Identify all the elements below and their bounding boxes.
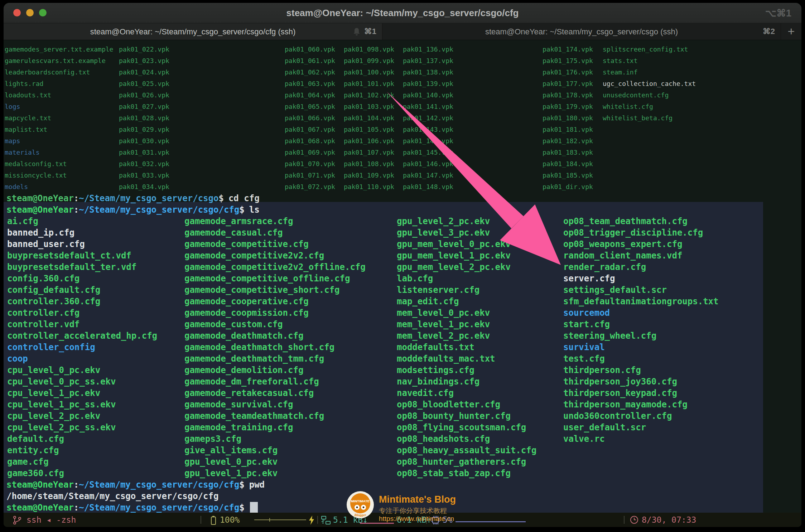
file-entry: op08_hunter_gatherers.cfg: [397, 456, 536, 468]
file-entry: pak01_066.vpk: [285, 112, 335, 124]
listing-column: splitscreen_config.txtstats.txtsteam.inf…: [603, 44, 696, 124]
file-entry: pak01_106.vpk: [344, 135, 394, 147]
watermark-url: https://www.mintimate.cn: [379, 515, 454, 523]
listing-column: pak01_060.vpkpak01_061.vpkpak01_062.vpkp…: [285, 44, 335, 193]
file-entry: server.cfg: [563, 273, 718, 284]
file-entry: thirdperson_joy360.cfg: [563, 376, 718, 387]
battery-gauge: [254, 519, 306, 520]
file-entry: pak01_180.vpk: [543, 112, 593, 124]
file-entry: pak01_181.vpk: [543, 124, 593, 135]
directory-entry: survival: [563, 342, 718, 353]
file-entry: gamemode_cooperative.cfg: [184, 296, 366, 307]
file-entry: user_default.scr: [563, 422, 718, 433]
file-entry: cpu_level_2_pc.ekv: [7, 410, 157, 422]
battery-icon: [211, 516, 216, 525]
bell-icon: [353, 27, 361, 36]
file-entry: pak01_146.vpk: [403, 158, 453, 170]
prompt-user: steam@OneYear: [6, 480, 74, 490]
file-entry: gamemode_teamdeathmatch.cfg: [184, 410, 366, 422]
file-entry: moddefaults_mac.txt: [397, 353, 536, 364]
terminal-cursor: [250, 502, 258, 513]
file-entry: medalsconfig.txt: [5, 158, 113, 170]
file-entry: whitelist_beta.cfg: [603, 112, 696, 124]
file-entry: gamemode_retakecasual.cfg: [184, 387, 366, 399]
battery-percent[interactable]: 100%: [220, 513, 240, 527]
file-entry: pak01_138.vpk: [403, 67, 453, 78]
file-entry: cpu_level_2_pc_ss.ekv: [7, 422, 157, 433]
separator: [317, 516, 318, 524]
tab-csgo-cfg[interactable]: steam@OneYear: ~/Steam/my_csgo_server/cs…: [4, 23, 382, 40]
terminal-window: steam@OneYear: ~/Steam/my_csgo_server/cs…: [4, 3, 801, 527]
prompt-dollar: $: [239, 503, 244, 513]
file-entry: mem_level_2_pc.ekv: [397, 330, 536, 342]
prompt-path: ~/Steam/my_csgo_server/csgo/cfg: [79, 205, 239, 215]
file-entry: ai.cfg: [7, 216, 157, 227]
tab-csgo[interactable]: steam@OneYear: ~/Steam/my_csgo_server/cs…: [382, 23, 781, 40]
file-entry: lab.cfg: [397, 273, 536, 284]
file-entry: gamemode_competitive2v2_offline.cfg: [184, 261, 366, 273]
prompt-colon: :: [74, 503, 79, 513]
prompt-colon: :: [74, 480, 79, 490]
file-entry: undo360controller.cfg: [563, 410, 718, 422]
directory-entry: logs: [5, 101, 113, 112]
prompt-user: steam@OneYear: [6, 193, 74, 203]
file-entry: op08_headshots.cfg: [397, 433, 536, 445]
file-entry: render_radar.cfg: [563, 261, 718, 273]
prompt-path: ~/Steam/my_csgo_server/csgo/cfg: [79, 480, 239, 490]
file-entry: pak01_148.vpk: [403, 181, 453, 193]
file-entry: op08_weapons_expert.cfg: [563, 238, 718, 250]
file-entry: lights.rad: [5, 78, 113, 90]
listing-column: gamemode_armsrace.cfggamemode_casual.cfg…: [184, 216, 366, 479]
prompt-path: ~/Steam/my_csgo_server/csgo/cfg: [79, 503, 239, 513]
file-entry: unusedcontent.cfg: [603, 90, 696, 101]
file-entry: gamemode_training.cfg: [184, 422, 366, 433]
file-entry: pak01_109.vpk: [344, 170, 394, 181]
file-entry: pak01_137.vpk: [403, 55, 453, 67]
file-entry: controller.vdf: [7, 319, 157, 330]
file-entry: ugc_collection_cache.txt: [603, 78, 696, 90]
file-entry: pak01_027.vpk: [119, 101, 169, 112]
listing-column: gpu_level_2_pc.ekvgpu_level_3_pc.ekvgpu_…: [397, 216, 536, 479]
file-entry: gamemode_deathmatch.cfg: [184, 330, 366, 342]
prompt-dollar: $: [239, 205, 244, 215]
file-entry: pak01_031.vpk: [119, 147, 169, 158]
file-entry: gamemode_deathmatch_tmm.cfg: [184, 353, 366, 364]
file-entry: pak01_110.vpk: [344, 181, 394, 193]
file-entry: gamemode_deathmatch_short.cfg: [184, 342, 366, 353]
file-entry: pak01_136.vpk: [403, 44, 453, 55]
file-entry: pak01_099.vpk: [344, 55, 394, 67]
file-entry: pak01_028.vpk: [119, 112, 169, 124]
file-entry: pak01_029.vpk: [119, 124, 169, 135]
file-entry: pak01_174.vpk: [543, 44, 593, 55]
separator: [624, 516, 625, 524]
listing-column: ai.cfgbanned_ip.cfgbanned_user.cfgbuypre…: [7, 216, 157, 479]
listing-column: op08_team_deathmatch.cfgop08_trigger_dis…: [563, 216, 718, 445]
directory-entry: controller_config: [7, 342, 157, 353]
file-entry: pak01_184.vpk: [543, 158, 593, 170]
file-entry: pak01_177.vpk: [543, 78, 593, 90]
prompt-line-current[interactable]: steam@OneYear:~/Steam/my_csgo_server/csg…: [6, 502, 258, 513]
file-entry: gamemode_armsrace.cfg: [184, 216, 366, 227]
file-entry: op08_heavy_assault_suit.cfg: [397, 445, 536, 456]
file-entry: thirdperson_keypad.cfg: [563, 387, 718, 399]
file-entry: gamemode_competitive_offline.cfg: [184, 273, 366, 284]
clock-text[interactable]: 8/30, 07:33: [642, 513, 696, 527]
file-entry: pak01_182.vpk: [543, 135, 593, 147]
file-entry: pak01_dir.vpk: [543, 181, 593, 193]
file-entry: op08_trigger_discipline.cfg: [563, 227, 718, 238]
watermark-title: Mintimate's Blog: [379, 494, 456, 505]
new-tab-button[interactable]: +: [781, 23, 801, 40]
file-entry: settings_default.scr: [563, 284, 718, 296]
file-entry: pak01_067.vpk: [285, 124, 335, 135]
file-entry: pak01_183.vpk: [543, 147, 593, 158]
prompt-colon: :: [74, 193, 79, 203]
directory-entry: maps: [5, 135, 113, 147]
file-entry: pak01_068.vpk: [285, 135, 335, 147]
file-entry: pak01_105.vpk: [344, 124, 394, 135]
file-entry: gamemode_competitive_short.cfg: [184, 284, 366, 296]
file-entry: map_edit.cfg: [397, 296, 536, 307]
session-indicator[interactable]: ssh ◂ -zsh: [26, 513, 76, 527]
file-entry: pak01_064.vpk: [285, 90, 335, 101]
file-entry: pak01_062.vpk: [285, 67, 335, 78]
file-entry: gamemode_competitive2v2.cfg: [184, 250, 366, 261]
